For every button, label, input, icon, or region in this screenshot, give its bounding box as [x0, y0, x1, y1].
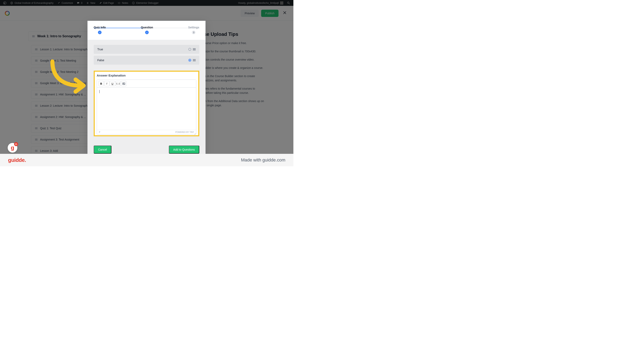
cancel-button[interactable]: Cancel — [94, 146, 111, 154]
option-controls — [188, 59, 196, 62]
answer-explanation-highlight: Answer Explanation B I U {;} P POWERED B… — [94, 71, 199, 136]
italic-button[interactable]: I — [104, 81, 109, 86]
editor-statusbar: P POWERED BY TINY — [97, 130, 196, 134]
true-option[interactable]: True — [94, 45, 199, 54]
guidde-logo: guidde. — [8, 157, 26, 163]
step-settings[interactable]: Settings 3 — [188, 26, 199, 34]
editor-toolbar: B I U {;} — [97, 80, 196, 88]
step-check-icon: ✓ — [98, 30, 102, 34]
drag-lines-icon[interactable] — [193, 59, 196, 61]
editor-path: P — [99, 131, 100, 133]
editor-section-title: Answer Explanation — [97, 74, 196, 77]
modal-stepper-header: Quiz Info ✓ Question ✓ Settings 3 — [88, 21, 205, 40]
option-label: True — [97, 48, 103, 51]
false-option[interactable]: False — [94, 56, 199, 65]
editor-textarea[interactable] — [97, 88, 196, 130]
step-label: Settings — [188, 26, 199, 29]
image-button[interactable] — [121, 81, 126, 86]
add-to-questions-button[interactable]: Add to Questions — [169, 146, 199, 154]
modal-body: True False Answer Explanation B I U {;} — [88, 40, 205, 142]
quiz-question-modal: Quiz Info ✓ Question ✓ Settings 3 True F… — [88, 21, 206, 158]
resize-handle-icon[interactable] — [194, 132, 196, 134]
page-footer: guidde. Made with guidde.com — [0, 154, 293, 166]
rich-text-editor: B I U {;} P POWERED BY TINY — [97, 80, 196, 134]
text-cursor — [99, 90, 100, 93]
editor-powered-by: POWERED BY TINY — [175, 131, 194, 133]
option-label: False — [97, 58, 104, 62]
guidde-badge-letter: g — [11, 144, 14, 151]
step-label: Question — [141, 26, 153, 29]
drag-lines-icon[interactable] — [193, 48, 196, 50]
underline-button[interactable]: U — [110, 81, 115, 86]
svg-point-6 — [123, 83, 124, 83]
guidde-badge[interactable]: g 21 — [8, 143, 17, 152]
step-quiz-info[interactable]: Quiz Info ✓ — [94, 26, 106, 34]
bold-button[interactable]: B — [99, 81, 104, 86]
radio-unchecked-icon[interactable] — [188, 48, 191, 51]
guidde-tagline: Made with guidde.com — [241, 158, 285, 163]
option-controls — [188, 48, 196, 51]
step-check-icon: ✓ — [145, 30, 149, 34]
stepper: Quiz Info ✓ Question ✓ Settings 3 — [94, 26, 199, 34]
svg-rect-5 — [123, 82, 125, 84]
code-button[interactable]: {;} — [115, 81, 121, 86]
step-label: Quiz Info — [94, 26, 106, 29]
radio-checked-icon[interactable] — [188, 59, 191, 62]
step-question[interactable]: Question ✓ — [141, 26, 153, 34]
step-number: 3 — [192, 30, 195, 34]
guidde-badge-count: 21 — [14, 142, 18, 146]
